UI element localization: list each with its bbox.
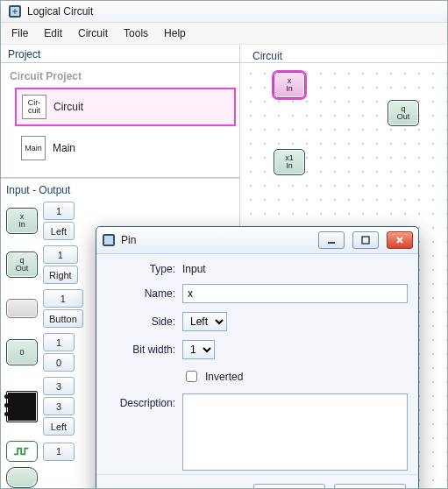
tree-item-circuit[interactable]: Cir- cuit Circuit: [15, 88, 236, 126]
constant-node[interactable]: 0: [6, 339, 38, 365]
menu-edit[interactable]: Edit: [37, 25, 69, 42]
canvas-node-x1[interactable]: x1In: [274, 149, 305, 175]
close-button[interactable]: [387, 231, 413, 249]
bitwidth-label: Bit width:: [107, 344, 175, 356]
description-label: Description:: [107, 393, 175, 409]
output-pin-node[interactable]: qOut: [6, 252, 38, 278]
app-icon: [8, 4, 22, 18]
app-window: Logical Circuit File Edit Circuit Tools …: [0, 0, 448, 489]
menu-help[interactable]: Help: [157, 25, 193, 42]
maximize-button[interactable]: [352, 231, 379, 249]
splitter-node[interactable]: [6, 391, 38, 422]
side-button[interactable]: Left: [43, 222, 75, 240]
pin-dialog: Pin Type: Input Name: Side: Left Bit wid…: [96, 226, 419, 488]
button-node[interactable]: [6, 299, 38, 318]
menubar: File Edit Circuit Tools Help: [1, 23, 447, 45]
project-label: Project: [1, 45, 239, 62]
side-button[interactable]: Right: [43, 266, 78, 284]
project-tree-header: Circuit Project: [6, 68, 239, 84]
tree-item-label: Main: [53, 142, 75, 154]
tree-item-main[interactable]: Main Main: [15, 130, 236, 167]
menu-tools[interactable]: Tools: [117, 25, 155, 42]
input-pin-node[interactable]: xIn: [6, 208, 38, 234]
menu-file[interactable]: File: [4, 25, 35, 42]
svg-rect-3: [104, 236, 113, 244]
inverted-label: Inverted: [205, 371, 243, 383]
svg-rect-5: [362, 237, 369, 244]
bitwidth-button[interactable]: 1: [43, 289, 83, 308]
inverted-checkbox[interactable]: [186, 371, 197, 382]
side-button[interactable]: Left: [43, 417, 75, 436]
palette-label: Input - Output: [1, 178, 239, 198]
cancel-button[interactable]: Cancel: [334, 484, 406, 488]
bitwidth-button[interactable]: 1: [43, 333, 75, 351]
name-label: Name:: [107, 287, 175, 300]
menu-circuit[interactable]: Circuit: [71, 25, 115, 42]
bitwidth-button[interactable]: 1: [43, 443, 75, 461]
value-button[interactable]: 0: [43, 353, 75, 372]
dialog-title: Pin: [121, 234, 136, 246]
type-label: Type:: [107, 263, 175, 275]
side-select[interactable]: Left: [182, 312, 227, 331]
tree-item-icon: Cir- cuit: [22, 95, 46, 119]
side-label: Side:: [107, 315, 175, 328]
type-value: Input: [182, 263, 206, 275]
canvas-node-x[interactable]: xIn: [274, 72, 305, 98]
dialog-buttons: OK Cancel: [96, 474, 418, 488]
bitwidth-select[interactable]: 1: [182, 340, 215, 359]
tree-item-icon: Main: [21, 136, 46, 160]
pins-button[interactable]: 3: [43, 397, 75, 415]
dialog-body: Type: Input Name: Side: Left Bit width: …: [96, 254, 418, 474]
name-input[interactable]: [182, 284, 408, 303]
clock-node[interactable]: [6, 441, 38, 462]
titlebar[interactable]: Logical Circuit: [1, 1, 447, 23]
extra-node[interactable]: [6, 467, 38, 488]
project-tree: Circuit Project Cir- cuit Circuit Main M…: [1, 62, 239, 178]
window-title: Logical Circuit: [27, 5, 93, 18]
bitwidth-button[interactable]: 1: [43, 202, 75, 220]
dialog-icon: [102, 233, 116, 247]
canvas-node-q[interactable]: qOut: [388, 100, 419, 126]
tree-item-label: Circuit: [53, 101, 83, 113]
minimize-button[interactable]: [318, 231, 345, 249]
type-button[interactable]: Button: [43, 309, 83, 328]
ok-button[interactable]: OK: [253, 484, 325, 488]
description-textarea[interactable]: [182, 393, 408, 471]
circuit-label: Circuit: [245, 46, 289, 64]
pins-button[interactable]: 3: [43, 377, 75, 395]
bitwidth-button[interactable]: 1: [43, 245, 78, 264]
dialog-titlebar[interactable]: Pin: [96, 227, 418, 254]
